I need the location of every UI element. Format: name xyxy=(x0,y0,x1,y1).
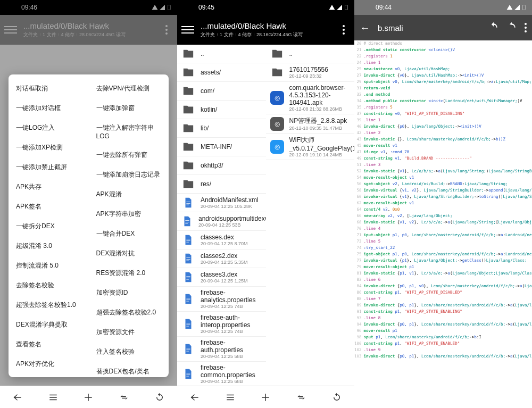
add-icon[interactable] xyxy=(82,391,95,404)
panel-right: 09:44 ← b.smali 202122242527293132343537… xyxy=(354,0,532,408)
file-list-left: .. assets/ com/ kotlin/ lib/ META-INF/ o… xyxy=(177,45,266,386)
file-meta: 20-09-04 12:25 105.28K xyxy=(201,204,262,209)
status-bar: 09:44 xyxy=(354,0,532,15)
file-row[interactable]: com/ xyxy=(177,82,266,101)
transfer-icon[interactable] xyxy=(295,391,307,404)
file-name: classes.dex xyxy=(201,234,262,241)
file-row[interactable]: assets/ xyxy=(177,63,266,82)
file-row[interactable]: firebase-common.properties 20-09-04 12:2… xyxy=(177,362,266,386)
status-bar: 09:45 xyxy=(177,0,354,15)
menu-item[interactable]: APK共存 xyxy=(9,177,89,197)
file-row[interactable]: firebase-auth-interop.properties 20-09-0… xyxy=(177,312,266,337)
file-name: firebase-auth.properties xyxy=(201,339,262,354)
overflow-icon[interactable] xyxy=(525,23,527,32)
status-time: 09:44 xyxy=(360,4,392,11)
refresh-icon[interactable] xyxy=(153,391,166,404)
file-row[interactable]: ◎ NP管理器_2.8.8.apk 20-12-10 09:35 31.47MB xyxy=(266,114,355,134)
back-icon[interactable]: ← xyxy=(360,22,370,34)
file-row[interactable]: androidsupportmultidexversion.txt 20-09-… xyxy=(177,212,266,231)
context-menu: 对话框取消一键添加对话框一键LOG注入一键添加XP检测一键添加禁止截屏APK共存… xyxy=(9,74,169,377)
menu-item[interactable]: 去除VPN/代理检测 xyxy=(89,79,169,98)
menu-item[interactable]: APK签名 xyxy=(9,197,89,217)
menu-item[interactable]: DEX混淆对抗 xyxy=(89,244,169,263)
undo-icon[interactable] xyxy=(488,21,499,34)
file-name: firebase-common.properties xyxy=(201,364,262,379)
file-row[interactable]: META-INF/ xyxy=(177,138,266,156)
menu-item[interactable]: 对话框取消 xyxy=(9,79,89,98)
file-row[interactable]: ◎ WiFi大师_v5.0.17_GooglePlay(1).apk 20-12… xyxy=(266,134,355,160)
menu-item[interactable]: APK对齐优化 xyxy=(9,354,89,374)
menu-item[interactable]: 一键合并DEX xyxy=(89,224,169,244)
menu-item[interactable]: 一键添加XP检测 xyxy=(9,138,89,157)
redo-icon[interactable] xyxy=(506,21,517,34)
folder-icon xyxy=(181,159,195,172)
menu-item[interactable]: 查看签名 xyxy=(9,335,89,354)
doc-icon xyxy=(181,292,195,306)
file-row[interactable]: firebase-analytics.properties 20-09-04 1… xyxy=(177,287,266,312)
doc-icon xyxy=(181,214,193,228)
file-meta: 20-12-09 23:32 xyxy=(289,73,351,79)
file-row[interactable]: 17610175556 20-12-09 23:32 xyxy=(266,63,355,82)
file-row[interactable]: classes2.dex 20-09-04 12:25 5.35M xyxy=(177,249,266,268)
file-name: classes3.dex xyxy=(201,271,262,278)
menu-item[interactable]: 注入签名校验 xyxy=(89,342,169,362)
file-row[interactable]: .. xyxy=(266,45,355,63)
file-row[interactable]: kotlin/ xyxy=(177,101,266,119)
menu-item[interactable]: 超级混淆 3.0 xyxy=(9,236,89,256)
app-icon: ◎ xyxy=(270,91,284,105)
list-icon[interactable] xyxy=(47,391,60,404)
menu-item[interactable]: 一键添加崩溃日志记录 xyxy=(89,165,169,185)
menu-item[interactable]: 超强去除签名校验2.0 xyxy=(89,303,169,322)
menu-item[interactable]: 一键去除所有弹窗 xyxy=(89,145,169,165)
folder-icon xyxy=(181,177,195,191)
refresh-icon[interactable] xyxy=(330,391,343,404)
menu-item[interactable]: 加密资源ID xyxy=(89,283,169,303)
menu-item[interactable]: 控制流混淆 5.0 xyxy=(9,256,89,276)
menu-item[interactable]: APK混淆 xyxy=(89,185,169,204)
file-row[interactable]: .. xyxy=(177,45,266,63)
doc-icon xyxy=(181,233,195,247)
menu-item[interactable]: 一键拆分DEX xyxy=(9,217,89,236)
list-icon[interactable] xyxy=(224,391,237,404)
menu-item[interactable]: 一键添加禁止截屏 xyxy=(9,157,89,177)
file-row[interactable]: AndroidManifest.xml 20-09-04 12:25 105.2… xyxy=(177,194,266,212)
status-icons xyxy=(506,4,527,11)
menu-icon[interactable] xyxy=(181,26,194,34)
file-name: firebase-analytics.properties xyxy=(201,289,262,304)
back-icon[interactable] xyxy=(11,391,24,404)
file-row[interactable]: firebase-auth.properties 20-09-04 12:25 … xyxy=(177,337,266,362)
menu-item[interactable]: 一键LOG注入 xyxy=(9,118,89,138)
file-row[interactable]: classes3.dex 20-09-04 12:25 1.25M xyxy=(177,268,266,287)
panel-middle: 09:45 ...mulated/0/Black Hawk 文件夹：1 文件：4… xyxy=(177,0,354,408)
file-meta: 20-09-04 12:25 53B xyxy=(198,222,266,228)
menu-item[interactable]: 一键添加对话框 xyxy=(9,98,89,118)
bottom-toolbar xyxy=(177,386,354,408)
file-row[interactable]: classes.dex 20-09-04 12:25 8.70M xyxy=(177,231,266,249)
menu-item[interactable]: 一键添加弹窗 xyxy=(89,98,169,118)
file-name: okhttp3/ xyxy=(201,162,262,169)
menu-item[interactable]: 一键注入解密字符串LOG xyxy=(89,118,169,145)
add-icon[interactable] xyxy=(259,391,272,404)
status-time: 09:45 xyxy=(182,4,214,11)
menu-item[interactable]: 替换DEX包名/类名 xyxy=(89,362,169,381)
transfer-icon[interactable] xyxy=(118,391,130,404)
file-row[interactable]: okhttp3/ xyxy=(177,156,266,175)
file-meta: 20-09-04 12:25 74B xyxy=(201,329,262,334)
doc-icon xyxy=(181,270,195,284)
overflow-icon[interactable] xyxy=(337,25,350,35)
file-row[interactable]: lib/ xyxy=(177,119,266,138)
file-name: AndroidManifest.xml xyxy=(201,196,262,204)
menu-item[interactable]: 超强去除签名校验1.0 xyxy=(9,295,89,315)
file-meta: 20-12-10 09:35 31.47MB xyxy=(289,126,351,131)
doc-icon xyxy=(181,342,195,356)
menu-item[interactable]: RES资源混淆 2.0 xyxy=(89,263,169,283)
folder-icon xyxy=(181,47,195,61)
menu-item[interactable]: DEX混淆字典提取 xyxy=(9,315,89,335)
file-row[interactable]: ◎ com.quark.browser-4.5.3.153-120-104941… xyxy=(266,82,355,114)
back-icon[interactable] xyxy=(188,391,201,404)
menu-item[interactable]: APK字符串加密 xyxy=(89,204,169,224)
file-row[interactable]: res/ xyxy=(177,175,266,194)
code-editor[interactable]: 2021222425272931323435373940424345474951… xyxy=(354,40,532,408)
menu-item[interactable]: 加密资源文件 xyxy=(89,322,169,342)
menu-item[interactable]: 去除签名校验 xyxy=(9,276,89,295)
